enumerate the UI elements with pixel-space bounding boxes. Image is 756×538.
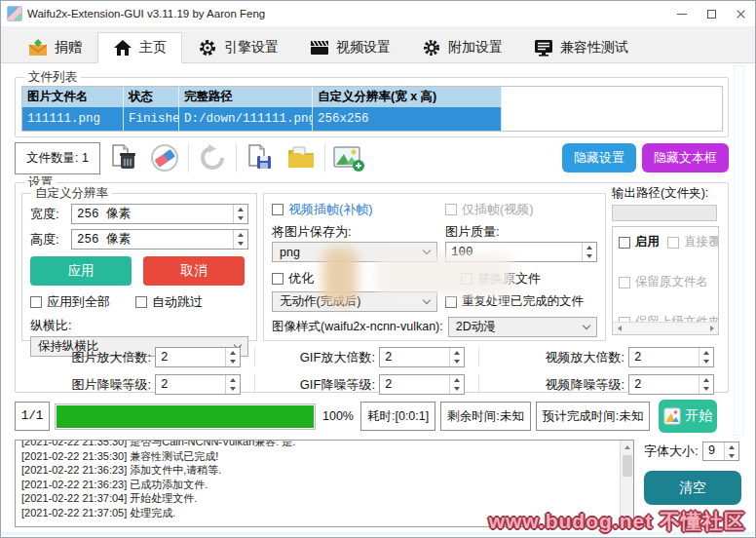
checkbox-icon (272, 204, 284, 215)
output-path-input[interactable] (612, 205, 717, 221)
gif-scale-spinner[interactable]: 2 (379, 347, 465, 367)
only-interpolation-checkbox[interactable]: 仅插帧(视频) (445, 201, 597, 218)
file-table: 图片文件名 状态 完整路径 自定义分辨率(宽 x 高) 111111.png F… (21, 86, 723, 132)
table-row[interactable]: 111111.png Finished D:/down/111111.png 2… (22, 107, 722, 131)
log-line: [2021-02-22 21:35:30] 是否与Cain-NCNN-Vulka… (21, 440, 627, 449)
right-scroll-strip[interactable] (734, 65, 744, 436)
scroll-up-icon[interactable] (621, 441, 633, 453)
height-spinner[interactable]: 256 像素 (71, 229, 248, 250)
maximize-button[interactable] (697, 1, 726, 26)
toolbar-separator (188, 143, 189, 173)
horizontal-scrollbar[interactable] (613, 322, 718, 334)
tab-label: 主页 (139, 39, 167, 57)
file-count-box: 文件数量: 1 (15, 142, 100, 174)
start-button[interactable]: 开始 (659, 400, 717, 433)
cell-filename: 111111.png (22, 107, 124, 131)
checkbox-icon (445, 296, 457, 308)
checkbox-icon (30, 296, 42, 308)
delete-file-button[interactable] (106, 140, 141, 175)
video-denoise-spinner[interactable]: 2 (628, 374, 714, 395)
image-denoise-spinner[interactable]: 2 (155, 374, 241, 395)
spinner-arrows-icon[interactable] (225, 375, 240, 394)
tab-donate[interactable]: 捐赠 (13, 32, 97, 63)
column-header-filename[interactable]: 图片文件名 (22, 87, 124, 107)
image-style-value: 2D动漫 (456, 319, 496, 335)
add-image-button[interactable] (331, 140, 366, 175)
image-format-value: png (280, 246, 300, 259)
clear-log-button[interactable]: 清空 (644, 471, 741, 505)
after-done-select[interactable]: 无动作(完成后) (272, 291, 437, 312)
spinner-arrows-icon[interactable] (449, 348, 464, 366)
output-path-panel: 输出路径(文件夹): 启用 直接覆盖 保留原文件名 保留上级文件夹 (612, 185, 723, 341)
spinner-arrows-icon[interactable] (699, 375, 713, 394)
scroll-right-icon[interactable] (705, 323, 718, 334)
checkbox-icon (619, 237, 630, 249)
clear-list-button[interactable] (147, 140, 182, 175)
image-quality-spinner[interactable]: 100 (445, 242, 597, 262)
eta-box: 预计完成时间:未知 (536, 402, 650, 431)
spinner-arrows-icon[interactable] (225, 348, 240, 366)
column-header-status[interactable]: 状态 (124, 87, 179, 107)
video-scale-cell: 视频放大倍数: 2 (478, 347, 728, 367)
height-label: 高度: (30, 231, 71, 249)
auto-skip-checkbox[interactable]: 自动跳过 (135, 293, 203, 311)
column-header-resolution[interactable]: 自定义分辨率(宽 x 高) (313, 87, 502, 107)
tab-label: 附加设置 (448, 39, 503, 57)
tab-home[interactable]: 主页 (97, 32, 182, 63)
column-header-path[interactable]: 完整路径 (179, 87, 313, 107)
tab-additional-settings[interactable]: 附加设置 (406, 32, 518, 63)
keep-filename-label: 保留原文件名 (635, 274, 708, 290)
spinner-arrows-icon[interactable] (233, 230, 247, 249)
font-size-spinner[interactable]: 9 (702, 442, 739, 461)
apply-button[interactable]: 应用 (30, 256, 132, 286)
overwrite-checkbox[interactable]: 直接覆盖 (667, 234, 719, 250)
replace-original-checkbox[interactable]: 替换原文件 (445, 270, 597, 288)
save-list-button[interactable] (243, 140, 278, 175)
cell-path: D:/down/111111.png (179, 107, 313, 131)
video-denoise-label: 视频降噪等级: (545, 376, 624, 394)
image-scale-cell: 图片放大倍数: 2 (16, 347, 254, 367)
close-button[interactable] (726, 1, 755, 26)
tab-video-settings[interactable]: 视频设置 (294, 32, 406, 63)
tab-engine-settings[interactable]: 引擎设置 (182, 32, 294, 63)
video-interpolation-checkbox[interactable]: 视频插帧(补帧) (272, 201, 445, 218)
undo-icon (197, 142, 228, 173)
tab-bar: 捐赠 主页 引擎设置 视频设置 附加设置 兼容性测试 (1, 26, 755, 63)
apply-all-checkbox[interactable]: 应用到全部 (30, 293, 110, 311)
image-format-select[interactable]: png (272, 242, 437, 262)
hide-textbox-button[interactable]: 隐藏文本框 (642, 143, 729, 173)
spinner-arrows-icon[interactable] (699, 348, 713, 366)
progress-counter: 1/1 (15, 402, 50, 431)
spinner-arrows-icon[interactable] (582, 243, 596, 261)
tab-compatibility-test[interactable]: 兼容性测试 (518, 32, 644, 63)
scale-denoise-grid: 图片放大倍数: 2 GIF放大倍数: 2 视频放大倍数: 2 图片降噪等级: 2… (16, 347, 728, 395)
video-interpolation-label: 视频插帧(补帧) (288, 201, 373, 218)
output-enable-checkbox[interactable]: 启用 (619, 234, 660, 250)
log-line: [2021-02-22 21:36:23] 已成功添加文件. (21, 478, 627, 492)
monitor-icon (534, 38, 553, 58)
reprocess-checkbox[interactable]: 重复处理已完成的文件 (445, 291, 584, 312)
video-scale-spinner[interactable]: 2 (628, 347, 714, 367)
only-interpolation-label: 仅插帧(视频) (462, 201, 534, 218)
width-spinner[interactable]: 256 像素 (71, 204, 248, 224)
custom-resolution-legend: 自定义分辨率 (31, 185, 112, 202)
cancel-button[interactable]: 取消 (143, 256, 245, 286)
keep-filename-checkbox[interactable]: 保留原文件名 (619, 274, 708, 290)
video-denoise-cell: 视频降噪等级: 2 (478, 374, 728, 395)
optimize-checkbox[interactable]: 优化 (272, 270, 445, 288)
spinner-arrows-icon[interactable] (233, 205, 247, 223)
spinner-arrows-icon[interactable] (724, 442, 738, 460)
middle-options-panel: 视频插帧(补帧) 仅插帧(视频) 将图片保存为: 图片质量: png 100 优… (263, 193, 606, 341)
hide-settings-button[interactable]: 隐藏设置 (562, 143, 636, 173)
save-image-as-label: 将图片保存为: (272, 223, 445, 241)
undo-button[interactable] (195, 140, 230, 175)
scrollbar-thumb[interactable] (623, 455, 632, 477)
log-side-panel: 字体大小: 9 清空 (644, 442, 743, 505)
image-style-select[interactable]: 2D动漫 (448, 317, 597, 337)
scroll-left-icon[interactable] (613, 323, 625, 334)
image-scale-spinner[interactable]: 2 (155, 347, 241, 367)
gif-denoise-spinner[interactable]: 2 (379, 374, 465, 395)
minimize-button[interactable] (667, 1, 697, 26)
spinner-arrows-icon[interactable] (449, 375, 464, 394)
open-folder-button[interactable] (284, 140, 319, 175)
